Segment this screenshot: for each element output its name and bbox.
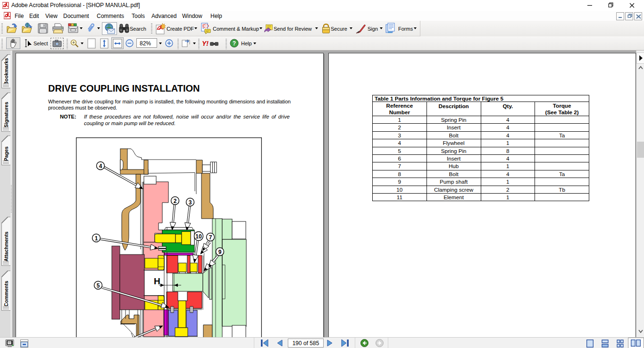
svg-text:?: ? xyxy=(233,40,236,47)
svg-text:1: 1 xyxy=(95,235,98,242)
svg-text:3: 3 xyxy=(189,199,192,206)
svg-text:9: 9 xyxy=(218,249,222,255)
svg-text:2: 2 xyxy=(174,198,177,204)
svg-text:10: 10 xyxy=(195,233,202,240)
svg-text:7: 7 xyxy=(209,234,212,241)
svg-text:5: 5 xyxy=(97,282,100,289)
svg-text:4: 4 xyxy=(99,163,102,170)
svg-text:H: H xyxy=(154,276,160,286)
svg-text:Y!: Y! xyxy=(202,40,209,47)
